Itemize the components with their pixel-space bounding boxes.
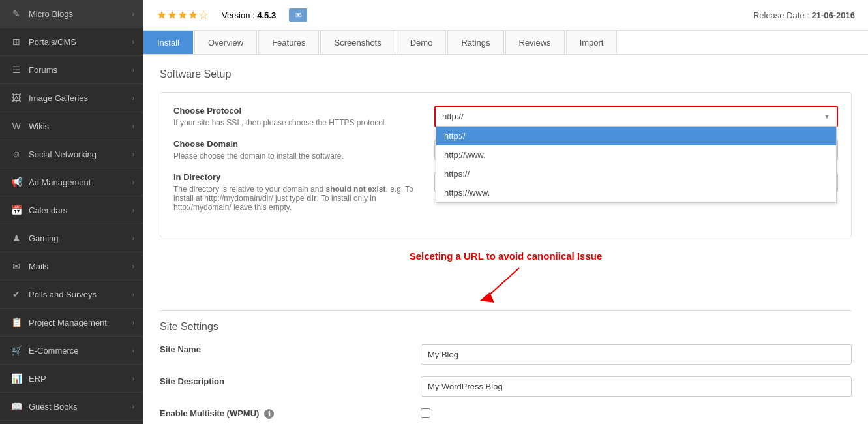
protocol-selected-value: http:// — [442, 112, 464, 121]
tab-bar: InstallOverviewFeaturesScreenshotsDemoRa… — [143, 31, 868, 55]
site-name-row: Site Name — [160, 344, 852, 365]
sidebar-label-micro-blogs: Micro Blogs — [29, 9, 132, 19]
protocol-select[interactable]: http:// ▼ — [436, 107, 837, 126]
protocol-label: Choose Protocol — [173, 106, 421, 115]
sidebar-label-ad-management: Ad Management — [29, 177, 132, 187]
star-rating: ★★★★☆ — [157, 8, 209, 22]
sidebar-item-project-management[interactable]: 📋 Project Management › — [0, 309, 143, 337]
site-name-input[interactable] — [421, 344, 852, 365]
release-label: Release Date : — [753, 10, 809, 20]
portals-cms-icon: ⊞ — [9, 35, 23, 49]
directory-label: In Directory — [173, 172, 421, 182]
tab-import[interactable]: Import — [566, 31, 618, 54]
dropdown-arrow-icon: ▼ — [824, 113, 830, 120]
erp-icon: 📊 — [9, 371, 23, 386]
info-icon[interactable]: ℹ — [264, 409, 274, 419]
sidebar-label-portals-cms: Portals/CMS — [29, 37, 132, 47]
social-networking-icon: ☺ — [9, 147, 23, 161]
protocol-control: http:// ▼ http://http://www.https://http… — [434, 106, 838, 127]
protocol-option[interactable]: https:// — [436, 164, 836, 183]
e-commerce-icon: 🛒 — [9, 343, 23, 357]
sidebar-item-gaming[interactable]: ♟ Gaming › — [0, 224, 143, 252]
tab-install[interactable]: Install — [143, 31, 193, 54]
sidebar-label-mails: Mails — [29, 262, 132, 271]
annotation-text: Selceting a URL to avoid canoniical Issu… — [160, 250, 852, 262]
release-date-display: Release Date : 21-06-2016 — [753, 10, 855, 20]
multisite-checkbox[interactable] — [421, 408, 430, 418]
micro-blogs-icon: ✎ — [9, 7, 23, 21]
guest-books-icon: 📖 — [9, 399, 23, 414]
site-description-label-col: Site Description — [160, 376, 408, 389]
main-content: ★★★★☆ Version : 4.5.3 ✉ Release Date : 2… — [143, 0, 868, 424]
chevron-icon-mails: › — [132, 263, 134, 270]
multisite-label: Enable Multisite (WPMU) ℹ — [160, 408, 408, 419]
sidebar-item-guest-books[interactable]: 📖 Guest Books › — [0, 393, 143, 421]
sidebar-label-wikis: Wikis — [29, 121, 132, 131]
sidebar-item-wikis[interactable]: W Wikis › — [0, 112, 143, 140]
protocol-options: http://http://www.https://https://www. — [436, 126, 837, 203]
chevron-icon-polls-surveys: › — [132, 291, 134, 298]
site-name-control — [421, 344, 852, 365]
chevron-icon-forums: › — [132, 67, 134, 74]
release-date-value: 21-06-2016 — [812, 10, 856, 20]
sidebar-label-social-networking: Social Networking — [29, 149, 132, 159]
sidebar: ✎ Micro Blogs › ⊞ Portals/CMS › ☰ Forums… — [0, 0, 143, 424]
protocol-row: Choose Protocol If your site has SSL, th… — [173, 106, 838, 127]
sidebar-item-e-commerce[interactable]: 🛒 E-Commerce › — [0, 337, 143, 365]
sidebar-item-portals-cms[interactable]: ⊞ Portals/CMS › — [0, 28, 143, 56]
sidebar-item-micro-blogs[interactable]: ✎ Micro Blogs › — [0, 0, 143, 28]
protocol-option[interactable]: http://www. — [436, 145, 836, 164]
annotation-area: Selceting a URL to avoid canoniical Issu… — [160, 250, 852, 304]
site-description-input[interactable] — [421, 376, 852, 397]
tab-demo[interactable]: Demo — [397, 31, 447, 54]
header-bar: ★★★★☆ Version : 4.5.3 ✉ Release Date : 2… — [143, 0, 868, 31]
multisite-row: Enable Multisite (WPMU) ℹ — [160, 408, 852, 421]
svg-line-0 — [486, 268, 519, 297]
sidebar-item-erp[interactable]: 📊 ERP › — [0, 365, 143, 393]
protocol-option[interactable]: https://www. — [436, 183, 836, 202]
sidebar-label-guest-books: Guest Books — [29, 402, 132, 412]
sidebar-label-project-management: Project Management — [29, 318, 132, 327]
chevron-icon-guest-books: › — [132, 403, 134, 410]
multisite-control — [421, 408, 852, 420]
sidebar-item-social-networking[interactable]: ☺ Social Networking › — [0, 140, 143, 168]
sidebar-item-calendars[interactable]: 📅 Calendars › — [0, 196, 143, 224]
tab-reviews[interactable]: Reviews — [505, 31, 565, 54]
chevron-icon-ad-management: › — [132, 179, 134, 186]
tab-overview[interactable]: Overview — [194, 31, 257, 54]
chevron-icon-erp: › — [132, 375, 134, 382]
protocol-hint: If your site has SSL, then please choose… — [173, 118, 421, 127]
message-icon[interactable]: ✉ — [289, 8, 307, 22]
sidebar-label-gaming: Gaming — [29, 234, 132, 243]
site-name-label: Site Name — [160, 344, 408, 354]
chevron-icon-social-networking: › — [132, 151, 134, 158]
directory-hint: The directory is relative to your domain… — [173, 185, 421, 212]
sidebar-item-image-galleries[interactable]: 🖼 Image Galleries › — [0, 84, 143, 112]
sidebar-item-ad-management[interactable]: 📢 Ad Management › — [0, 168, 143, 196]
wikis-icon: W — [9, 119, 23, 133]
site-name-label-col: Site Name — [160, 344, 408, 357]
domain-label: Choose Domain — [173, 139, 421, 149]
chevron-icon-e-commerce: › — [132, 347, 134, 354]
mails-icon: ✉ — [9, 259, 23, 273]
tab-screenshots[interactable]: Screenshots — [320, 31, 395, 54]
sidebar-item-polls-surveys[interactable]: ✔ Polls and Surveys › — [0, 280, 143, 309]
protocol-option[interactable]: http:// — [436, 127, 836, 145]
sidebar-item-mails[interactable]: ✉ Mails › — [0, 252, 143, 280]
tab-ratings[interactable]: Ratings — [447, 31, 503, 54]
sidebar-label-image-galleries: Image Galleries — [29, 93, 132, 103]
multisite-label-col: Enable Multisite (WPMU) ℹ — [160, 408, 408, 421]
sidebar-label-e-commerce: E-Commerce — [29, 346, 132, 356]
sidebar-item-forums[interactable]: ☰ Forums › — [0, 56, 143, 84]
protocol-dropdown-wrapper: http:// ▼ http://http://www.https://http… — [434, 106, 838, 127]
site-settings-title: Site Settings — [160, 321, 852, 333]
directory-label-col: In Directory The directory is relative t… — [173, 172, 421, 212]
chevron-icon-wikis: › — [132, 123, 134, 130]
section-divider — [160, 310, 852, 311]
domain-label-col: Choose Domain Please choose the domain t… — [173, 139, 421, 160]
calendars-icon: 📅 — [9, 203, 23, 217]
sidebar-item-customer-support[interactable]: 🎧 Customer Support › — [0, 421, 143, 424]
ad-management-icon: 📢 — [9, 175, 23, 189]
image-galleries-icon: 🖼 — [9, 91, 23, 105]
tab-features[interactable]: Features — [258, 31, 319, 54]
